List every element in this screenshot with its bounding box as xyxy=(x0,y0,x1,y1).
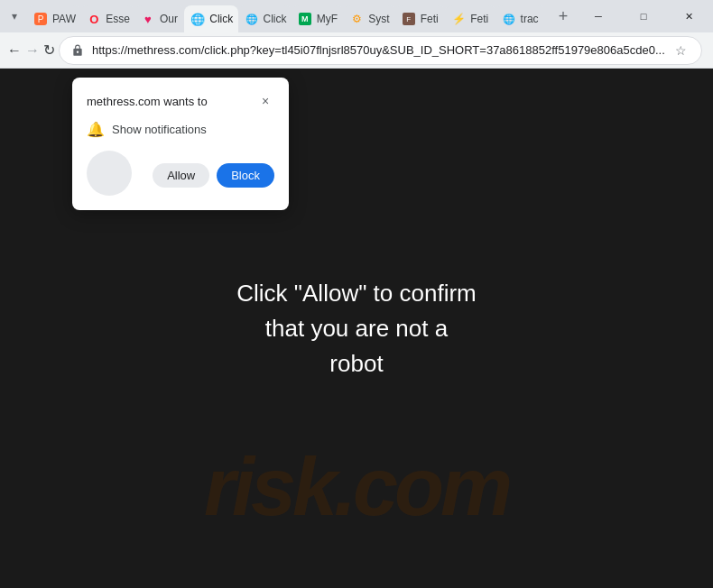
maximize-button[interactable]: □ xyxy=(623,0,664,32)
popup-message: Show notifications xyxy=(112,123,207,136)
popup-title: methress.com wants to xyxy=(87,95,208,108)
tab-favicon-feti2: ⚡ xyxy=(452,13,465,25)
tab-feti2[interactable]: ⚡ Feti ✕ xyxy=(445,5,495,32)
tab-our[interactable]: ♥ Our ✕ xyxy=(134,5,184,32)
captcha-line2: that you are not a xyxy=(236,311,477,346)
bell-icon: 🔔 xyxy=(87,121,105,138)
popup-decorative-circle xyxy=(87,151,132,196)
address-text: https://methress.com/click.php?key=tl45i… xyxy=(92,43,665,57)
tab-myf[interactable]: M MyF ✕ xyxy=(292,5,344,32)
tab-favicon-click-active: 🌐 xyxy=(191,13,204,25)
tab-label-syst: Syst xyxy=(368,13,389,25)
bookmark-icon[interactable]: ☆ xyxy=(672,41,690,60)
address-bar[interactable]: https://methress.com/click.php?key=tl45i… xyxy=(59,36,702,65)
tab-esse[interactable]: O Esse ✕ xyxy=(80,5,134,32)
browser-window: ▾ P PAW ✕ O Esse ✕ ♥ Our ✕ 🌐 xyxy=(0,0,713,588)
tab-label-feti1: Feti xyxy=(421,13,439,25)
tab-favicon-esse: O xyxy=(88,13,100,25)
title-bar: ▾ P PAW ✕ O Esse ✕ ♥ Our ✕ 🌐 xyxy=(0,0,713,32)
tab-feti1[interactable]: F Feti ✕ xyxy=(395,5,445,32)
toolbar-icons xyxy=(706,36,713,65)
window-controls: ─ □ ✕ xyxy=(578,0,709,32)
back-button[interactable]: ← xyxy=(7,36,22,65)
close-button[interactable]: ✕ xyxy=(668,0,709,32)
popup-close-button[interactable]: × xyxy=(256,92,274,110)
captcha-text: Click "Allow" to confirm that you are no… xyxy=(236,276,477,381)
notification-popup: methress.com wants to × 🔔 Show notificat… xyxy=(72,78,289,210)
tab-label-myf: MyF xyxy=(317,13,338,25)
security-icon xyxy=(70,43,85,58)
tab-label-esse: Esse xyxy=(106,13,130,25)
tab-favicon-our: ♥ xyxy=(142,13,154,25)
watermark-text: risk.com xyxy=(204,441,509,534)
popup-body: 🔔 Show notifications xyxy=(87,121,274,138)
tab-label-click2: Click xyxy=(264,13,287,25)
tab-label-click-active: Click xyxy=(209,13,233,25)
tab-favicon-trac: 🌐 xyxy=(503,13,515,25)
tab-paw[interactable]: P PAW ✕ xyxy=(27,5,80,32)
tab-label-our: Our xyxy=(160,13,178,25)
minimize-button[interactable]: ─ xyxy=(578,0,619,32)
page-content: risk.com Click "Allow" to confirm that y… xyxy=(0,69,713,588)
new-tab-button[interactable]: + xyxy=(551,4,576,29)
captcha-line1: Click "Allow" to confirm xyxy=(236,276,477,311)
tab-label-paw: PAW xyxy=(52,13,76,25)
reload-button[interactable]: ↻ xyxy=(43,36,55,65)
tab-favicon-myf: M xyxy=(299,13,311,25)
forward-button[interactable]: → xyxy=(25,36,40,65)
popup-header: methress.com wants to × xyxy=(87,92,274,110)
tab-favicon-paw: P xyxy=(34,13,47,25)
tab-trac[interactable]: 🌐 trac ✕ xyxy=(495,5,545,32)
tab-click-active[interactable]: 🌐 Click ✕ xyxy=(184,5,237,32)
tab-strip: P PAW ✕ O Esse ✕ ♥ Our ✕ 🌐 Click ✕ xyxy=(27,0,545,32)
download-icon[interactable] xyxy=(706,36,713,65)
allow-button[interactable]: Allow xyxy=(153,163,209,188)
tab-favicon-syst: ⚙ xyxy=(350,13,363,25)
tab-favicon-feti1: F xyxy=(403,13,415,25)
tab-close-trac[interactable]: ✕ xyxy=(544,12,545,26)
page-background: risk.com Click "Allow" to confirm that y… xyxy=(0,69,713,588)
nav-bar: ← → ↻ https://methress.com/click.php?key… xyxy=(0,32,713,69)
tab-label-feti2: Feti xyxy=(470,13,488,25)
tab-favicon-click2: 🌐 xyxy=(245,13,258,25)
tab-syst[interactable]: ⚙ Syst ✕ xyxy=(343,5,395,32)
captcha-line3: robot xyxy=(236,346,477,381)
block-button[interactable]: Block xyxy=(217,163,274,188)
tab-click2[interactable]: 🌐 Click ✕ xyxy=(238,5,292,32)
tab-dropdown-btn[interactable]: ▾ xyxy=(4,5,25,27)
popup-action-buttons: Allow Block xyxy=(153,163,274,188)
tab-label-trac: trac xyxy=(521,13,539,25)
